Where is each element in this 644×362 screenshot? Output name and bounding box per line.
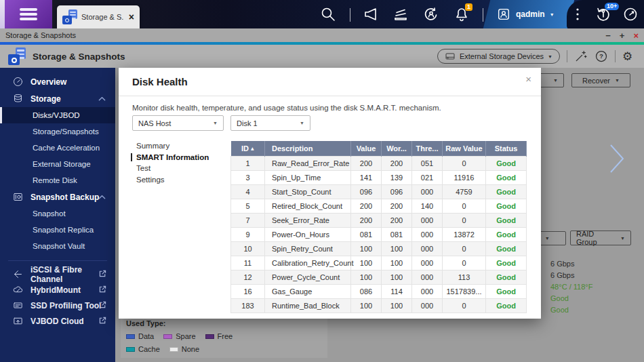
app-tab-storage-snapshots[interactable]: Storage & S... ×: [57, 5, 140, 28]
gauge-icon: [12, 76, 24, 87]
column-header-raw-value[interactable]: Raw Value: [443, 141, 486, 156]
external-link-icon: [98, 300, 107, 311]
cell-value: 200: [351, 199, 382, 213]
dialog-divider: [119, 96, 541, 96]
column-header-value[interactable]: Value: [351, 141, 382, 156]
table-row[interactable]: 1 Raw_Read_Error_Rate 200 200 051 0 Good: [231, 156, 527, 170]
taskbar-edge: [0, 0, 5, 28]
more-options-button[interactable]: [569, 6, 586, 22]
cell-description: Gas_Gauge: [265, 284, 351, 298]
sidebar-item-snapshot[interactable]: Snapshot: [0, 205, 115, 222]
help-button[interactable]: ?: [595, 49, 608, 63]
sidebar-item-cache-acceleration[interactable]: Cache Acceleration: [0, 140, 115, 156]
sidebar-item-vjbod-cloud[interactable]: VJBOD Cloud: [0, 313, 115, 329]
dialog-menu-item[interactable]: Summary: [132, 140, 224, 152]
sidebar-item-snapshot-vault[interactable]: Snapshot Vault: [0, 238, 115, 254]
cell-status: Good: [486, 241, 527, 256]
chevron-down-icon: ▼: [620, 236, 625, 241]
column-header-worst[interactable]: Wor...: [382, 141, 412, 156]
sidebar-item-label: Cache Acceleration: [33, 144, 100, 152]
window-close-button[interactable]: ×: [633, 31, 639, 40]
background-tasks-button[interactable]: [393, 6, 409, 22]
table-row[interactable]: 5 Retired_Block_Count 200 200 140 0 Good: [231, 199, 527, 213]
raid-group-button[interactable]: RAID Group▼: [570, 230, 631, 245]
wizard-button[interactable]: [574, 49, 588, 63]
cell-value: 100: [351, 270, 382, 284]
cell-id: 12: [231, 270, 265, 284]
dialog-title: Disk Health: [132, 76, 188, 87]
column-header-id[interactable]: ID▲: [231, 141, 265, 156]
cell-threshold: 000: [412, 241, 443, 256]
column-header-description[interactable]: Description: [265, 141, 351, 156]
chevron-down-icon: ▼: [553, 78, 558, 83]
column-header-threshold[interactable]: Thre...: [412, 141, 443, 156]
table-row[interactable]: 3 Spin_Up_Time 141 139 021 11916 Good: [231, 170, 527, 184]
dialog-menu-item[interactable]: SMART Information: [132, 152, 224, 163]
iscsi-icon: [12, 268, 24, 280]
table-row[interactable]: 4 Start_Stop_Count 096 096 000 4759 Good: [231, 184, 527, 199]
sidebar-item-snapshot-replica[interactable]: Snapshot Replica: [0, 222, 115, 238]
sidebar-item-storage[interactable]: Storage: [0, 90, 115, 107]
dialog-close-icon[interactable]: ×: [525, 73, 531, 85]
sidebar-item-external-storage[interactable]: External Storage: [0, 156, 115, 172]
cell-value: 100: [351, 298, 382, 313]
resource-monitor-button[interactable]: [622, 6, 639, 22]
announcement-button[interactable]: [363, 6, 379, 22]
sidebar-item-storage-snapshots[interactable]: Storage/Snapshots: [0, 123, 115, 140]
sidebar-item-hybridmount[interactable]: HybridMount: [0, 282, 115, 298]
cell-raw-value: 0: [443, 213, 486, 227]
sync-status-button[interactable]: [423, 6, 439, 22]
smart-table-header: ID▲ Description Value Wor... Thre... Raw…: [231, 141, 527, 156]
disk-select[interactable]: Disk 1▼: [230, 115, 310, 131]
chevron-up-icon[interactable]: [98, 193, 106, 202]
table-row[interactable]: 7 Seek_Error_Rate 200 200 000 0 Good: [231, 213, 527, 227]
recover-button[interactable]: Recover▼: [571, 73, 630, 87]
sidebar-item-ssd-profiling-tool[interactable]: SSD Profiling Tool: [0, 298, 115, 313]
table-row[interactable]: 16 Gas_Gauge 086 114 000 1517839... Good: [231, 284, 527, 298]
window-title: Storage & Snapshots: [5, 31, 597, 39]
search-button[interactable]: [320, 6, 336, 22]
dialog-menu-item[interactable]: Settings: [132, 174, 224, 186]
notification-count-badge: 1: [465, 3, 472, 11]
table-row[interactable]: 9 Power-On_Hours 081 081 000 13872 Good: [231, 227, 527, 241]
settings-button[interactable]: ⚙: [622, 49, 636, 63]
sidebar-item-label: Snapshot Backup: [31, 193, 99, 202]
sidebar-item-label: Overview: [31, 77, 66, 87]
sidebar-item-overview[interactable]: Overview: [0, 73, 115, 90]
cell-id: 1: [231, 156, 265, 170]
sidebar-item-snapshot-backup[interactable]: Snapshot Backup: [0, 188, 115, 205]
kebab-menu-icon: [569, 6, 586, 22]
sidebar-item-remote-disk[interactable]: Remote Disk: [0, 172, 115, 188]
window-titlebar: Storage & Snapshots − + ×: [0, 28, 644, 42]
storage-stack-icon: [12, 93, 24, 104]
table-row[interactable]: 10 Spin_Retry_Count 100 100 000 0 Good: [231, 241, 527, 256]
tab-close-icon[interactable]: ×: [129, 12, 134, 22]
table-row[interactable]: 12 Power_Cycle_Count 100 100 000 113 Goo…: [231, 270, 527, 284]
cell-description: Runtime_Bad_Block: [265, 298, 351, 313]
external-storage-devices-button[interactable]: External Storage Devices ▼: [437, 49, 560, 64]
cell-worst: 100: [382, 256, 412, 270]
cell-worst: 200: [382, 156, 412, 170]
maximize-button[interactable]: +: [620, 31, 625, 40]
legend-swatch: [169, 347, 178, 352]
carousel-next-arrow[interactable]: [607, 142, 626, 178]
user-menu[interactable]: qadmin ▼: [491, 0, 572, 28]
minimize-button[interactable]: −: [605, 31, 611, 40]
cell-status: Good: [486, 213, 527, 227]
dialog-menu-item[interactable]: Test: [132, 163, 224, 174]
sidebar-item-label: Snapshot: [33, 209, 66, 218]
column-header-status[interactable]: Status: [486, 141, 527, 156]
disk-select-value: Disk 1: [237, 119, 258, 127]
chevron-down-icon: ▼: [213, 121, 218, 125]
sidebar-item-iscsi-fibre-channel[interactable]: iSCSI & Fibre Channel: [0, 266, 115, 282]
main-menu-button[interactable]: [5, 0, 52, 28]
host-select[interactable]: NAS Host▼: [132, 115, 224, 131]
cell-status: Good: [486, 298, 527, 313]
external-link-icon: [98, 316, 107, 327]
sidebar-item-disks-vjbod[interactable]: Disks/VJBOD: [0, 107, 115, 123]
table-row[interactable]: 183 Runtime_Bad_Block 100 100 000 0 Good: [231, 298, 527, 313]
host-select-value: NAS Host: [138, 119, 171, 127]
chevron-up-icon[interactable]: [98, 94, 106, 104]
table-row[interactable]: 11 Calibration_Retry_Count 100 100 000 0…: [231, 256, 527, 270]
sidebar-item-label: Disks/VJBOD: [33, 111, 80, 119]
